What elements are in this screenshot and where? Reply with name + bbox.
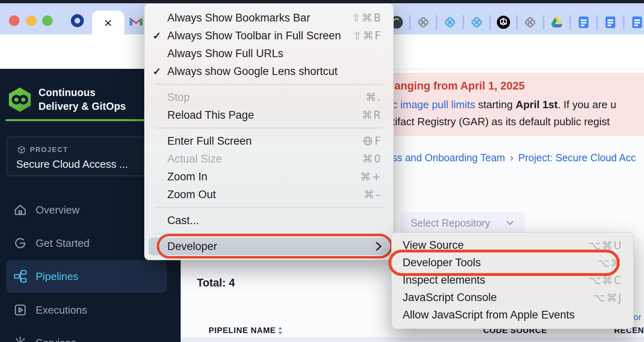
menu-item-always-show-full-urls[interactable]: Always Show Full URLs bbox=[149, 45, 389, 62]
home-icon bbox=[13, 203, 28, 217]
menu-item-label: Reload This Page bbox=[167, 109, 254, 122]
or-text-fragment: or bbox=[633, 312, 642, 323]
menu-item-label: Developer Tools bbox=[403, 256, 481, 269]
banner-line3: tifact Registry (GAR) as its default pub… bbox=[392, 114, 610, 129]
checkmark-icon: ✓ bbox=[153, 30, 167, 42]
sidebar-item-executions[interactable]: Executions bbox=[0, 294, 181, 326]
tab-separator bbox=[596, 15, 598, 30]
menu-item-reload-this-page[interactable]: Reload This Page ⌘R bbox=[149, 106, 389, 124]
gmail-tab-icon[interactable] bbox=[129, 15, 143, 26]
window-top-edge bbox=[0, 0, 644, 3]
menu-shortcut: ⌘+ bbox=[360, 171, 382, 183]
menu-item-zoom-in[interactable]: Zoom In ⌘+ bbox=[149, 168, 389, 186]
menu-shortcut: ⌘– bbox=[364, 188, 382, 201]
banner-text: starting bbox=[475, 98, 516, 111]
menu-item-label: Inspect elements bbox=[403, 274, 485, 286]
sort-icon[interactable] bbox=[275, 325, 285, 336]
globe-key-icon bbox=[363, 136, 373, 146]
gear-icon bbox=[13, 336, 28, 342]
banner-link[interactable]: c image pull limits bbox=[392, 98, 475, 111]
menu-item-zoom-out[interactable]: Zoom Out ⌘– bbox=[149, 186, 389, 203]
checkmark-icon: ✓ bbox=[153, 66, 167, 77]
window-close-button[interactable] bbox=[9, 15, 19, 26]
harness-cd-logo bbox=[8, 87, 32, 112]
menu-item-always-show-bookmarks-bar[interactable]: Always Show Bookmarks Bar ⇧⌘B bbox=[149, 9, 389, 27]
submenu-item-javascript-console[interactable]: JavaScript Console ⌥⌘J bbox=[392, 289, 633, 306]
total-count: Total: 4 bbox=[197, 276, 235, 290]
menu-shortcut: F bbox=[363, 135, 382, 147]
pipelines-icon bbox=[13, 269, 28, 284]
tab-favicon-row bbox=[384, 6, 644, 38]
menu-item-label: Stop bbox=[167, 91, 190, 104]
developer-submenu: View Source ⌥⌘U Developer Tools ⌥⌘ Inspe… bbox=[391, 232, 634, 329]
window-minimize-button[interactable] bbox=[26, 15, 36, 26]
get-started-icon bbox=[13, 236, 28, 250]
menu-item-label: Actual Size bbox=[167, 153, 222, 165]
tab-separator bbox=[409, 15, 411, 30]
breadcrumb-project-link[interactable]: Project: Secure Cloud Acc bbox=[518, 152, 636, 164]
module-title-line1: Continuous bbox=[38, 86, 96, 98]
tab-separator bbox=[436, 15, 437, 30]
sidebar-item-label: Get Started bbox=[36, 237, 90, 250]
banner-text: . If you are u bbox=[558, 98, 616, 111]
tab-separator bbox=[463, 15, 464, 30]
breadcrumb-org-link[interactable]: ss and Onboarding Team bbox=[392, 152, 505, 164]
window-zoom-button[interactable] bbox=[42, 15, 53, 26]
project-selector-card[interactable]: PROJECT Secure Cloud Access ... bbox=[6, 137, 167, 176]
tab-separator bbox=[516, 15, 518, 30]
tab-separator bbox=[623, 15, 625, 30]
menu-item-label: Always Show Toolbar in Full Screen bbox=[167, 30, 341, 42]
select-repository-dropdown[interactable]: Select Repository bbox=[400, 212, 525, 234]
menu-item-label: JavaScript Console bbox=[403, 291, 497, 304]
sidebar-item-services[interactable]: Services bbox=[0, 327, 181, 342]
submenu-arrow-icon bbox=[375, 242, 382, 251]
submenu-item-developer-tools[interactable]: Developer Tools ⌥⌘ bbox=[392, 254, 633, 271]
menu-item-label: Zoom In bbox=[167, 171, 207, 183]
menu-item-label: Allow JavaScript from Apple Events bbox=[403, 309, 575, 321]
menu-item-actual-size: Actual Size ⌘0 bbox=[149, 150, 389, 168]
google-docs-tab-icon[interactable] bbox=[577, 15, 591, 29]
tab-separator bbox=[569, 15, 571, 30]
harness-gray-tab-icon[interactable] bbox=[523, 15, 537, 29]
menu-shortcut: ⌥⌘U bbox=[589, 239, 623, 252]
view-menu: Always Show Bookmarks Bar ⇧⌘B ✓ Always S… bbox=[144, 3, 394, 260]
submenu-item-view-source[interactable]: View Source ⌥⌘U bbox=[392, 237, 633, 254]
banner-title-fragment: anging from April 1, 2025 bbox=[395, 79, 525, 93]
active-tab[interactable]: × bbox=[92, 11, 124, 34]
ring-favicon-tab[interactable] bbox=[71, 14, 84, 27]
executions-icon bbox=[13, 303, 28, 317]
harness-gray-tab-icon[interactable] bbox=[416, 15, 430, 29]
menu-item-always-show-toolbar-in-full-screen[interactable]: ✓ Always Show Toolbar in Full Screen ⇧⌘F bbox=[149, 27, 389, 45]
menu-separator bbox=[155, 128, 383, 128]
menu-shortcut: ⇧⌘F bbox=[353, 30, 382, 42]
google-drive-tab-icon[interactable] bbox=[550, 15, 564, 29]
menu-shortcut: ⌥⌘J bbox=[593, 292, 623, 304]
menu-separator bbox=[155, 84, 383, 85]
sidebar-item-label: Services bbox=[36, 337, 76, 342]
google-docs-tab-icon[interactable] bbox=[630, 15, 644, 29]
project-label: PROJECT bbox=[30, 145, 68, 155]
submenu-item-allow-javascript-from-apple-events[interactable]: Allow JavaScript from Apple Events bbox=[392, 306, 633, 324]
menu-shortcut: ⌘0 bbox=[362, 153, 382, 165]
menu-item-stop: Stop ⌘. bbox=[149, 88, 389, 106]
google-docs-tab-icon[interactable] bbox=[603, 15, 617, 29]
menu-item-developer[interactable]: Developer bbox=[149, 237, 389, 255]
menu-item-cast[interactable]: Cast... bbox=[149, 212, 389, 229]
column-header-pipeline-name[interactable]: PIPELINE NAME bbox=[209, 323, 276, 337]
chatgpt-tab-icon[interactable] bbox=[497, 15, 510, 29]
sidebar-item-label: Overview bbox=[36, 204, 79, 216]
sidebar-item-pipelines[interactable]: Pipelines bbox=[6, 260, 167, 293]
menu-shortcut: ⌥⌘ bbox=[597, 257, 623, 269]
harness-blue-tab-icon[interactable] bbox=[443, 15, 457, 29]
menu-item-enter-full-screen[interactable]: Enter Full Screen F bbox=[149, 132, 389, 150]
menu-item-label: Cast... bbox=[167, 214, 199, 227]
sidebar-item-label: Pipelines bbox=[36, 270, 79, 283]
module-title-line2: Delivery & GitOps bbox=[38, 100, 126, 112]
harness-blue-tab-icon[interactable] bbox=[470, 15, 484, 29]
close-tab-icon[interactable]: × bbox=[92, 11, 124, 34]
table-body-strip bbox=[181, 337, 644, 342]
submenu-item-inspect-elements[interactable]: Inspect elements ⌥⌘C bbox=[392, 271, 633, 289]
menu-separator bbox=[155, 233, 383, 234]
menu-item-always-show-google-lens-shortcut[interactable]: ✓ Always show Google Lens shortcut bbox=[149, 62, 389, 80]
breadcrumb-separator: › bbox=[510, 152, 514, 164]
